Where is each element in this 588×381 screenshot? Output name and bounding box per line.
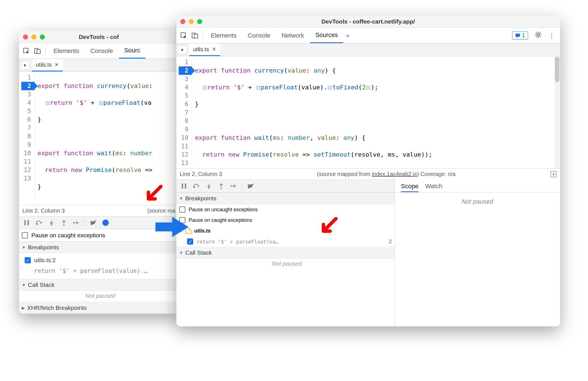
breakpoints-header[interactable]: ▼ Breakpoints bbox=[19, 241, 179, 253]
step-into-button[interactable] bbox=[46, 217, 57, 228]
checkbox-checked-icon[interactable]: ✓ bbox=[187, 238, 193, 245]
callstack-header[interactable]: ▼ Call Stack bbox=[19, 279, 179, 291]
line-number[interactable]: 11 bbox=[21, 157, 31, 166]
tab-console[interactable]: Console bbox=[243, 28, 276, 43]
window-minimize-icon[interactable] bbox=[189, 19, 194, 24]
tab-sources[interactable]: Sources bbox=[310, 28, 343, 43]
checkbox-unchecked-icon[interactable] bbox=[179, 206, 185, 213]
line-gutter[interactable]: 1 2 3 4 5 6 7 8 9 10 11 12 13 bbox=[176, 56, 192, 168]
line-number[interactable]: 8 bbox=[21, 132, 31, 141]
deactivate-breakpoints-button[interactable] bbox=[88, 217, 99, 228]
inline-breakpoint-icon[interactable] bbox=[203, 86, 207, 90]
breakpoint-item[interactable]: ✓ utils.ts:2 bbox=[25, 255, 176, 266]
checkbox-checked-icon[interactable]: ✓ bbox=[25, 257, 31, 263]
breakpoint-line-number[interactable]: 2 bbox=[21, 82, 34, 90]
inline-breakpoint-icon[interactable] bbox=[256, 86, 260, 90]
inline-breakpoint-icon[interactable] bbox=[46, 101, 50, 105]
file-tab-utils[interactable]: utils.ts ✕ bbox=[189, 43, 220, 56]
navigator-toggle-icon[interactable] bbox=[178, 45, 187, 54]
tab-console[interactable]: Console bbox=[85, 43, 118, 59]
inspect-element-icon[interactable] bbox=[179, 31, 189, 41]
line-number[interactable]: 1 bbox=[179, 58, 188, 66]
pause-on-exceptions-button[interactable] bbox=[100, 217, 111, 228]
step-over-button[interactable] bbox=[34, 217, 45, 228]
tab-elements[interactable]: Elements bbox=[48, 43, 84, 59]
tab-scope[interactable]: Scope bbox=[401, 183, 418, 192]
line-number[interactable]: 7 bbox=[21, 124, 31, 132]
line-gutter[interactable]: 1 2 3 4 5 6 7 8 9 10 11 12 13 bbox=[19, 72, 35, 205]
window-zoom-icon[interactable] bbox=[197, 19, 202, 24]
line-number[interactable]: 4 bbox=[21, 99, 31, 107]
settings-icon[interactable] bbox=[532, 31, 544, 40]
device-toolbar-icon[interactable] bbox=[32, 46, 43, 56]
step-button[interactable] bbox=[228, 180, 239, 192]
code-lines[interactable]: export function currency(value: any) { r… bbox=[192, 56, 560, 168]
more-tabs-icon[interactable]: » bbox=[344, 32, 352, 39]
tab-sources[interactable]: Sourc bbox=[119, 43, 145, 59]
pause-uncaught-row[interactable]: Pause on uncaught exceptions bbox=[176, 204, 395, 215]
line-number[interactable]: 8 bbox=[179, 117, 188, 125]
line-number[interactable]: 13 bbox=[179, 159, 188, 167]
tab-elements[interactable]: Elements bbox=[206, 28, 242, 43]
code-token: Promise bbox=[86, 166, 112, 173]
window-close-icon[interactable] bbox=[23, 34, 28, 40]
step-out-button[interactable] bbox=[216, 180, 227, 192]
step-out-button[interactable] bbox=[58, 217, 69, 228]
vertical-scrollbar[interactable] bbox=[554, 56, 560, 168]
window-minimize-icon[interactable] bbox=[31, 34, 36, 40]
deactivate-breakpoints-button[interactable] bbox=[245, 180, 256, 192]
tab-network[interactable]: Network bbox=[276, 28, 309, 43]
line-number[interactable]: 9 bbox=[21, 141, 31, 149]
xhr-breakpoints-header[interactable]: ▶ XHR/fetch Breakpoints bbox=[19, 302, 179, 314]
source-map-link[interactable]: index.1ac4eab2.js bbox=[372, 171, 417, 177]
line-number[interactable]: 10 bbox=[21, 149, 31, 157]
titlebar[interactable]: DevTools - coffee-cart.netlify.app/ bbox=[176, 15, 560, 28]
tab-watch[interactable]: Watch bbox=[425, 183, 442, 192]
window-close-icon[interactable] bbox=[180, 19, 185, 24]
inline-breakpoint-icon[interactable] bbox=[366, 86, 370, 90]
line-number[interactable]: 3 bbox=[21, 90, 31, 99]
line-number[interactable]: 12 bbox=[179, 150, 188, 159]
line-number[interactable]: 5 bbox=[21, 107, 31, 115]
pause-caught-row[interactable]: Pause on caught exceptions bbox=[176, 215, 395, 226]
callstack-header[interactable]: ▼ Call Stack bbox=[176, 247, 395, 259]
collapse-bottom-icon[interactable]: ▾ bbox=[550, 171, 557, 177]
line-number[interactable]: 13 bbox=[21, 174, 31, 183]
breakpoint-file-group[interactable]: ▼ utils.ts bbox=[176, 226, 395, 236]
window-zoom-icon[interactable] bbox=[40, 34, 45, 40]
step-over-button[interactable] bbox=[191, 180, 202, 192]
inline-breakpoint-icon[interactable] bbox=[328, 86, 332, 90]
line-number[interactable]: 5 bbox=[179, 92, 188, 100]
pause-resume-button[interactable] bbox=[179, 180, 190, 192]
inspect-element-icon[interactable] bbox=[21, 46, 31, 56]
code-editor[interactable]: 1 2 3 4 5 6 7 8 9 10 11 12 13 export fun… bbox=[176, 56, 560, 168]
pause-caught-row[interactable]: Pause on caught exceptions bbox=[19, 229, 179, 241]
line-number[interactable]: 3 bbox=[179, 75, 188, 83]
device-toolbar-icon[interactable] bbox=[190, 31, 200, 41]
line-number[interactable]: 12 bbox=[21, 166, 31, 174]
pause-resume-button[interactable] bbox=[21, 217, 32, 228]
file-tab-utils[interactable]: utils.ts ✕ bbox=[32, 59, 63, 71]
breakpoints-header[interactable]: ▼ Breakpoints bbox=[176, 192, 395, 204]
inline-breakpoint-icon[interactable] bbox=[99, 101, 103, 105]
scrollbar-thumb[interactable] bbox=[555, 57, 559, 82]
line-number[interactable]: 10 bbox=[179, 134, 188, 142]
checkbox-unchecked-icon[interactable] bbox=[22, 232, 28, 238]
line-number[interactable]: 4 bbox=[179, 83, 188, 92]
issues-badge[interactable]: 1 bbox=[512, 31, 528, 40]
breakpoint-item[interactable]: ✓ return '$' + parseFloat(va… 2 bbox=[176, 236, 395, 247]
more-menu-icon[interactable]: ⋮ bbox=[545, 32, 558, 40]
line-number[interactable]: 7 bbox=[179, 108, 188, 117]
step-button[interactable] bbox=[71, 217, 82, 228]
close-icon[interactable]: ✕ bbox=[212, 46, 216, 52]
close-icon[interactable]: ✕ bbox=[55, 62, 59, 68]
line-number[interactable]: 6 bbox=[179, 100, 188, 108]
titlebar[interactable]: DevTools - cof bbox=[19, 31, 179, 43]
breakpoint-line-number[interactable]: 2 bbox=[179, 66, 192, 75]
line-number[interactable]: 6 bbox=[21, 115, 31, 124]
step-into-button[interactable] bbox=[203, 180, 214, 192]
line-number[interactable]: 9 bbox=[179, 125, 188, 134]
line-number[interactable]: 1 bbox=[21, 73, 31, 82]
navigator-toggle-icon[interactable] bbox=[21, 61, 30, 70]
line-number[interactable]: 11 bbox=[179, 142, 188, 150]
